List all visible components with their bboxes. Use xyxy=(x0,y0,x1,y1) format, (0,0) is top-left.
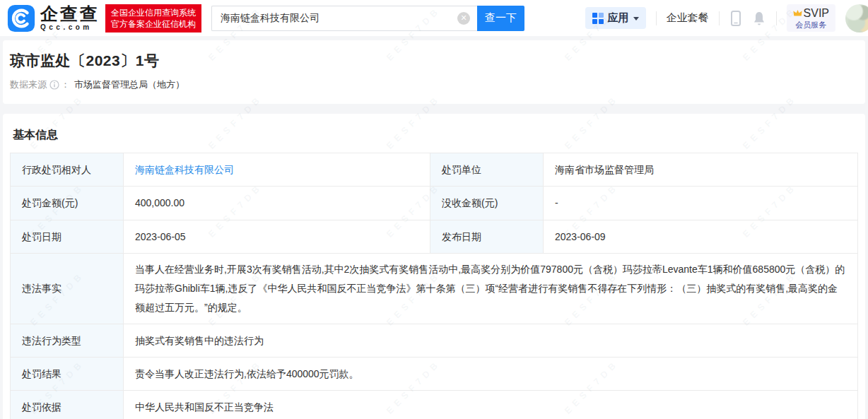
qcc-logo[interactable]: 企查查 Qcc.com xyxy=(7,4,100,33)
label-penalty-basis: 处罚依据 xyxy=(11,391,124,419)
header: 企查查 Qcc.com 全国企业信用查询系统 官方备案企业征信机构 ✕ 查一下 … xyxy=(0,0,868,36)
label-penalty-party: 行政处罚相对人 xyxy=(11,153,124,187)
search-box: ✕ xyxy=(211,6,477,31)
label-penalty-unit: 处罚单位 xyxy=(430,153,544,187)
search-input[interactable] xyxy=(211,6,477,31)
svip-label: SVIP xyxy=(804,6,829,20)
value-penalty-amount: 400,000.00 xyxy=(124,187,430,220)
data-source-label: 数据来源 xyxy=(10,78,47,91)
apps-label: 应用 xyxy=(608,11,629,25)
table-row-penalty-basis: 处罚依据 中华人民共和国反不正当竞争法 xyxy=(11,391,858,419)
info-icon[interactable] xyxy=(49,80,59,90)
chevron-down-icon xyxy=(633,17,639,20)
value-penalty-unit: 海南省市场监督管理局 xyxy=(544,153,858,187)
value-confiscated-amount: - xyxy=(544,187,858,220)
table-row-violation-type: 违法行为类型 抽奖式有奖销售中的违法行为 xyxy=(11,324,858,357)
divider xyxy=(719,11,720,25)
data-source-row: 数据来源 ： 市场监督管理总局（地方） xyxy=(10,78,858,91)
table-row-penalty-amount: 处罚金额(元) 400,000.00 没收金额(元) - xyxy=(11,187,858,220)
label-confiscated-amount: 没收金额(元) xyxy=(430,187,544,220)
search-group: ✕ 查一下 xyxy=(211,6,524,31)
value-penalty-basis: 中华人民共和国反不正当竞争法 xyxy=(124,391,858,419)
header-right-nav: 应用 企业套餐 SVIP xyxy=(585,4,868,33)
label-illegal-facts: 违法事实 xyxy=(11,253,124,324)
apps-menu-button[interactable]: 应用 xyxy=(585,7,646,29)
label-publish-date: 发布日期 xyxy=(430,220,544,253)
certification-line2: 官方备案企业征信机构 xyxy=(111,18,196,30)
data-source-value: 市场监督管理总局（地方） xyxy=(74,78,184,91)
value-violation-type: 抽奖式有奖销售中的违法行为 xyxy=(124,324,858,357)
brand-domain: Qcc.com xyxy=(40,24,100,31)
apps-grid-icon xyxy=(592,13,604,24)
divider xyxy=(776,11,777,25)
value-illegal-facts: 当事人在经营业务时,开展3次有奖销售活动,其中2次抽奖式有奖销售活动中,最高奖分… xyxy=(124,253,858,324)
label-penalty-result: 处罚结果 xyxy=(11,358,124,391)
notifications-bell-icon[interactable] xyxy=(752,11,766,26)
basic-info-card: 基本信息 行政处罚相对人 海南链盒科技有限公司 处罚单位 海南省市场监督管理局 … xyxy=(3,114,865,419)
company-link[interactable]: 海南链盒科技有限公司 xyxy=(135,164,234,175)
value-penalty-date: 2023-06-05 xyxy=(124,220,430,253)
user-avatar[interactable] xyxy=(845,4,868,33)
value-publish-date: 2023-06-09 xyxy=(544,220,858,253)
enterprise-package-link[interactable]: 企业套餐 xyxy=(667,11,709,25)
svip-sublabel: 会员服务 xyxy=(795,20,826,30)
table-row-penalty-party: 行政处罚相对人 海南链盒科技有限公司 处罚单位 海南省市场监督管理局 xyxy=(11,153,858,187)
mobile-app-icon[interactable] xyxy=(729,10,742,27)
label-penalty-date: 处罚日期 xyxy=(11,220,124,253)
divider xyxy=(656,11,657,25)
basic-info-table: 行政处罚相对人 海南链盒科技有限公司 处罚单位 海南省市场监督管理局 处罚金额(… xyxy=(10,153,858,419)
label-penalty-amount: 处罚金额(元) xyxy=(11,187,124,220)
table-row-penalty-date: 处罚日期 2023-06-05 发布日期 2023-06-09 xyxy=(11,220,858,253)
section-title-basic-info: 基本信息 xyxy=(13,128,855,143)
value-penalty-party: 海南链盒科技有限公司 xyxy=(124,153,430,187)
value-penalty-result: 责令当事人改正违法行为,依法给予400000元罚款。 xyxy=(124,358,858,391)
table-row-penalty-result: 处罚结果 责令当事人改正违法行为,依法给予400000元罚款。 xyxy=(11,358,858,391)
brand-name: 企查查 xyxy=(40,5,100,23)
qcc-logo-icon xyxy=(7,4,35,33)
clear-search-icon[interactable]: ✕ xyxy=(457,12,470,25)
table-row-illegal-facts: 违法事实 当事人在经营业务时,开展3次有奖销售活动,其中2次抽奖式有奖销售活动中… xyxy=(11,253,858,324)
crown-icon xyxy=(793,9,802,17)
search-button[interactable]: 查一下 xyxy=(477,6,524,31)
label-violation-type: 违法行为类型 xyxy=(11,324,124,357)
data-source-colon: ： xyxy=(61,78,70,91)
svip-badge[interactable]: SVIP 会员服务 xyxy=(787,4,835,31)
certification-badge: 全国企业信用查询系统 官方备案企业征信机构 xyxy=(105,4,201,33)
page-title: 琼市监处〔2023〕1号 xyxy=(10,51,858,71)
certification-line1: 全国企业信用查询系统 xyxy=(111,7,196,18)
title-card: 琼市监处〔2023〕1号 数据来源 ： 市场监督管理总局（地方） xyxy=(3,40,865,104)
